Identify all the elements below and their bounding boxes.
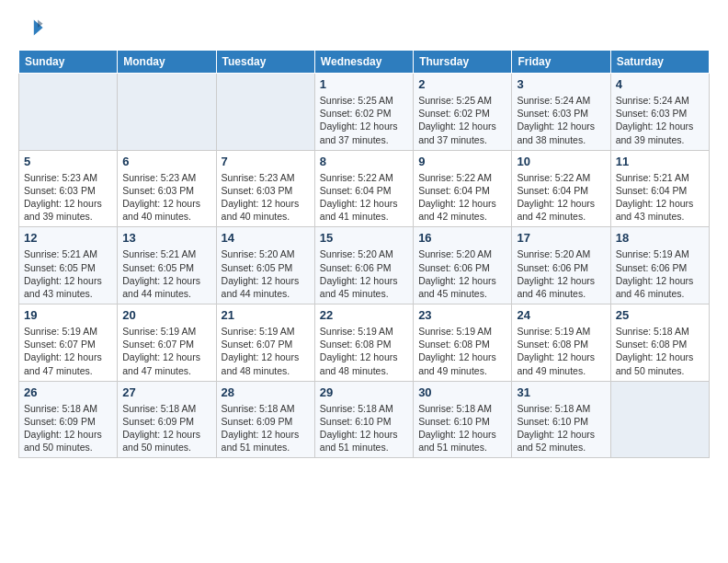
header-cell-tuesday: Tuesday — [216, 51, 314, 74]
page: SundayMondayTuesdayWednesdayThursdayFrid… — [0, 0, 728, 467]
day-number: 30 — [418, 385, 506, 399]
day-number: 3 — [517, 77, 605, 91]
day-info: Sunrise: 5:18 AM Sunset: 6:09 PM Dayligh… — [222, 402, 310, 454]
day-number: 20 — [122, 308, 210, 322]
day-info: Sunrise: 5:21 AM Sunset: 6:05 PM Dayligh… — [24, 247, 112, 300]
day-number: 14 — [222, 231, 310, 245]
day-number: 2 — [418, 77, 506, 91]
calendar-header: SundayMondayTuesdayWednesdayThursdayFrid… — [19, 51, 710, 74]
day-info: Sunrise: 5:18 AM Sunset: 6:10 PM Dayligh… — [418, 402, 506, 454]
day-cell: 24Sunrise: 5:19 AM Sunset: 6:08 PM Dayli… — [512, 304, 610, 382]
day-cell: 25Sunrise: 5:18 AM Sunset: 6:08 PM Dayli… — [610, 304, 709, 382]
day-cell: 27Sunrise: 5:18 AM Sunset: 6:09 PM Dayli… — [118, 381, 216, 458]
day-info: Sunrise: 5:25 AM Sunset: 6:02 PM Dayligh… — [418, 94, 506, 146]
day-number: 4 — [616, 77, 704, 91]
day-cell: 23Sunrise: 5:19 AM Sunset: 6:08 PM Dayli… — [414, 304, 512, 382]
day-number: 17 — [517, 231, 605, 245]
day-cell: 4Sunrise: 5:24 AM Sunset: 6:03 PM Daylig… — [610, 74, 709, 151]
day-number: 31 — [517, 385, 605, 399]
day-info: Sunrise: 5:25 AM Sunset: 6:02 PM Dayligh… — [320, 94, 408, 146]
calendar-body: 1Sunrise: 5:25 AM Sunset: 6:02 PM Daylig… — [19, 74, 710, 458]
day-cell: 16Sunrise: 5:20 AM Sunset: 6:06 PM Dayli… — [414, 227, 512, 304]
day-number: 1 — [320, 77, 408, 91]
day-number: 28 — [222, 385, 310, 399]
logo — [18, 15, 48, 40]
day-number: 5 — [24, 155, 112, 168]
day-cell: 8Sunrise: 5:22 AM Sunset: 6:04 PM Daylig… — [314, 150, 413, 227]
calendar-table: SundayMondayTuesdayWednesdayThursdayFrid… — [18, 50, 710, 458]
day-cell: 26Sunrise: 5:18 AM Sunset: 6:09 PM Dayli… — [19, 381, 118, 458]
day-info: Sunrise: 5:19 AM Sunset: 6:07 PM Dayligh… — [122, 325, 210, 377]
day-info: Sunrise: 5:19 AM Sunset: 6:08 PM Dayligh… — [320, 325, 408, 377]
day-number: 27 — [122, 385, 210, 399]
day-info: Sunrise: 5:20 AM Sunset: 6:06 PM Dayligh… — [418, 247, 506, 300]
day-cell: 10Sunrise: 5:22 AM Sunset: 6:04 PM Dayli… — [512, 150, 610, 227]
day-info: Sunrise: 5:19 AM Sunset: 6:08 PM Dayligh… — [517, 325, 605, 377]
day-info: Sunrise: 5:20 AM Sunset: 6:06 PM Dayligh… — [517, 247, 605, 300]
day-cell: 2Sunrise: 5:25 AM Sunset: 6:02 PM Daylig… — [414, 74, 512, 151]
day-number: 6 — [122, 155, 210, 168]
day-number: 13 — [122, 231, 210, 245]
day-number: 9 — [418, 155, 506, 168]
day-info: Sunrise: 5:24 AM Sunset: 6:03 PM Dayligh… — [517, 94, 605, 146]
day-number: 12 — [24, 231, 112, 245]
day-number: 25 — [616, 308, 704, 322]
day-cell: 20Sunrise: 5:19 AM Sunset: 6:07 PM Dayli… — [118, 304, 216, 382]
day-cell: 3Sunrise: 5:24 AM Sunset: 6:03 PM Daylig… — [512, 74, 610, 151]
day-number: 21 — [222, 308, 310, 322]
day-info: Sunrise: 5:18 AM Sunset: 6:09 PM Dayligh… — [24, 402, 112, 454]
day-info: Sunrise: 5:22 AM Sunset: 6:04 PM Dayligh… — [517, 171, 605, 224]
day-cell: 12Sunrise: 5:21 AM Sunset: 6:05 PM Dayli… — [19, 227, 118, 304]
day-cell: 6Sunrise: 5:23 AM Sunset: 6:03 PM Daylig… — [118, 150, 216, 227]
logo-icon — [18, 15, 44, 40]
day-info: Sunrise: 5:19 AM Sunset: 6:08 PM Dayligh… — [418, 325, 506, 377]
day-info: Sunrise: 5:18 AM Sunset: 6:10 PM Dayligh… — [517, 402, 605, 454]
day-info: Sunrise: 5:22 AM Sunset: 6:04 PM Dayligh… — [320, 171, 408, 224]
header-cell-wednesday: Wednesday — [314, 51, 413, 74]
day-cell — [610, 381, 709, 458]
header-row: SundayMondayTuesdayWednesdayThursdayFrid… — [19, 51, 710, 74]
day-info: Sunrise: 5:20 AM Sunset: 6:06 PM Dayligh… — [320, 247, 408, 300]
day-number: 15 — [320, 231, 408, 245]
day-cell: 28Sunrise: 5:18 AM Sunset: 6:09 PM Dayli… — [216, 381, 314, 458]
week-row-4: 26Sunrise: 5:18 AM Sunset: 6:09 PM Dayli… — [19, 381, 710, 458]
day-cell: 15Sunrise: 5:20 AM Sunset: 6:06 PM Dayli… — [314, 227, 413, 304]
day-number: 23 — [418, 308, 506, 322]
day-cell: 5Sunrise: 5:23 AM Sunset: 6:03 PM Daylig… — [19, 150, 118, 227]
day-cell — [216, 74, 314, 151]
week-row-0: 1Sunrise: 5:25 AM Sunset: 6:02 PM Daylig… — [19, 74, 710, 151]
day-info: Sunrise: 5:23 AM Sunset: 6:03 PM Dayligh… — [222, 171, 310, 224]
day-cell — [118, 74, 216, 151]
day-number: 11 — [616, 155, 704, 168]
day-number: 8 — [320, 155, 408, 168]
header-cell-thursday: Thursday — [414, 51, 512, 74]
day-number: 24 — [517, 308, 605, 322]
day-cell: 31Sunrise: 5:18 AM Sunset: 6:10 PM Dayli… — [512, 381, 610, 458]
day-info: Sunrise: 5:19 AM Sunset: 6:06 PM Dayligh… — [616, 247, 704, 300]
day-number: 16 — [418, 231, 506, 245]
day-cell — [19, 74, 118, 151]
day-cell: 7Sunrise: 5:23 AM Sunset: 6:03 PM Daylig… — [216, 150, 314, 227]
day-info: Sunrise: 5:23 AM Sunset: 6:03 PM Dayligh… — [122, 171, 210, 224]
week-row-2: 12Sunrise: 5:21 AM Sunset: 6:05 PM Dayli… — [19, 227, 710, 304]
day-number: 26 — [24, 385, 112, 399]
day-cell: 30Sunrise: 5:18 AM Sunset: 6:10 PM Dayli… — [414, 381, 512, 458]
day-cell: 13Sunrise: 5:21 AM Sunset: 6:05 PM Dayli… — [118, 227, 216, 304]
day-info: Sunrise: 5:19 AM Sunset: 6:07 PM Dayligh… — [24, 325, 112, 377]
week-row-3: 19Sunrise: 5:19 AM Sunset: 6:07 PM Dayli… — [19, 304, 710, 382]
day-cell: 17Sunrise: 5:20 AM Sunset: 6:06 PM Dayli… — [512, 227, 610, 304]
day-cell: 14Sunrise: 5:20 AM Sunset: 6:05 PM Dayli… — [216, 227, 314, 304]
day-info: Sunrise: 5:18 AM Sunset: 6:08 PM Dayligh… — [616, 325, 704, 377]
day-number: 10 — [517, 155, 605, 168]
day-number: 22 — [320, 308, 408, 322]
day-info: Sunrise: 5:23 AM Sunset: 6:03 PM Dayligh… — [24, 171, 112, 224]
header-cell-sunday: Sunday — [19, 51, 118, 74]
day-info: Sunrise: 5:22 AM Sunset: 6:04 PM Dayligh… — [418, 171, 506, 224]
day-cell: 29Sunrise: 5:18 AM Sunset: 6:10 PM Dayli… — [314, 381, 413, 458]
day-info: Sunrise: 5:21 AM Sunset: 6:05 PM Dayligh… — [122, 247, 210, 300]
day-cell: 18Sunrise: 5:19 AM Sunset: 6:06 PM Dayli… — [610, 227, 709, 304]
day-number: 7 — [222, 155, 310, 168]
day-info: Sunrise: 5:18 AM Sunset: 6:10 PM Dayligh… — [320, 402, 408, 454]
day-number: 19 — [24, 308, 112, 322]
header-cell-monday: Monday — [118, 51, 216, 74]
